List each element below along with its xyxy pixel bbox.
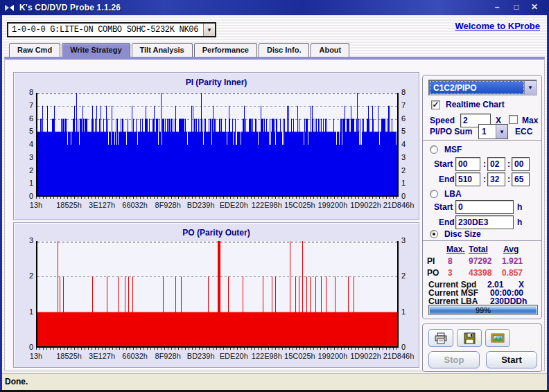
x-axis-labels: 13h18525h3E127h66032h8F928hBD239hEDE20h1…: [36, 352, 399, 361]
colon-separator: :: [483, 159, 486, 169]
x-axis-tick-label: 18525h: [56, 352, 82, 360]
x-axis-tick-label: 8F928h: [155, 352, 181, 360]
y-axis-tick-label: 8: [401, 88, 419, 96]
po-chart-plot: [36, 241, 399, 348]
stats-pi-total: 97292: [469, 256, 491, 266]
y-axis-tick-label: 0: [15, 343, 33, 351]
progress-bar: 99%: [428, 305, 538, 315]
msf-start-label: Start: [434, 159, 453, 169]
y-axis-tick-label: 1: [401, 179, 419, 187]
window-border-left: [0, 15, 2, 390]
y-axis-tick-label: 0: [401, 343, 419, 351]
y-axis-tick-label: 1: [15, 308, 33, 316]
x-axis-tick-label: 21D846h: [383, 352, 415, 360]
x-axis-tick-label: 21D846h: [383, 201, 415, 209]
stats-header-total: Total: [469, 244, 488, 254]
y-axis-tick-label: 3: [15, 236, 33, 244]
save-button[interactable]: [457, 329, 482, 347]
msf-radio[interactable]: [430, 145, 438, 154]
disc-size-radio-label: Disc Size: [444, 229, 481, 239]
y-axis-tick-label: 1: [15, 179, 33, 187]
y-axis-tick-label: 3: [401, 153, 419, 161]
colon-separator: :: [507, 159, 510, 169]
tab-performance[interactable]: Performance: [194, 43, 257, 57]
lba-radio[interactable]: [430, 190, 438, 198]
main-panel: PI (Parity Inner) 00112233445566778813h1…: [4, 57, 545, 371]
print-button[interactable]: [428, 329, 453, 347]
stats-header-max: Max.: [446, 244, 465, 254]
stop-button[interactable]: Stop: [428, 351, 480, 368]
mode-select[interactable]: C1C2/PIPO ▼: [428, 80, 537, 96]
x-axis-tick-marks: [36, 197, 399, 199]
stats-section: Max. Total Avg PI 8 97292 1.921 PO 3 433…: [423, 241, 541, 319]
x-axis-tick-marks: [36, 348, 399, 350]
x-axis-tick-label: 122E98h: [252, 201, 282, 209]
lba-end-hex-label: h: [517, 217, 522, 227]
x-axis-tick-label: 8F928h: [155, 201, 181, 209]
y-axis-tick-label: 6: [15, 114, 33, 123]
y-axis-tick-label: 4: [401, 140, 419, 148]
minimize-button[interactable]: –: [489, 1, 505, 13]
pipo-sum-label: PI/PO Sum: [430, 127, 472, 136]
pi-chart-title: PI (Parity Inner): [14, 78, 419, 87]
max-speed-checkbox[interactable]: [509, 115, 518, 124]
welcome-link[interactable]: Welcome to KProbe: [455, 21, 540, 31]
realtime-chart-label: Realtime Chart: [446, 100, 505, 109]
pipo-sum-select[interactable]: 1 ▼: [478, 124, 508, 139]
stats-po-total: 43398: [469, 268, 491, 278]
export-image-button[interactable]: [485, 329, 510, 347]
msf-start-sec-input[interactable]: [487, 157, 505, 171]
realtime-chart-checkbox[interactable]: ✓: [431, 100, 440, 109]
stats-po-avg: 0.857: [502, 268, 523, 278]
drive-select[interactable]: 1-0-0-0 G:LITE-ON COMBO SOHC-5232K NK06 …: [7, 22, 216, 37]
close-button[interactable]: ✕: [527, 1, 542, 13]
app-icon: [4, 3, 15, 12]
pipo-sum-value: 1: [479, 125, 496, 139]
x-axis-tick-label: 1D9022h: [350, 201, 381, 209]
maximize-button[interactable]: □: [509, 1, 524, 13]
y-axis-tick-label: 2: [401, 166, 419, 175]
app-window: K's CD/DVD Probe 1.1.26 – □ ✕ 1-0-0-0 G:…: [0, 0, 549, 392]
x-axis-tick-label: 199200h: [317, 201, 347, 209]
po-chart-title: PO (Parity Outer): [14, 228, 419, 238]
status-text: Done.: [5, 377, 28, 386]
start-button[interactable]: Start: [486, 351, 537, 368]
lba-end-input[interactable]: [455, 215, 514, 229]
msf-end-sec-input[interactable]: [487, 172, 505, 186]
lba-end-label: End: [439, 217, 455, 227]
drive-select-value: 1-0-0-0 G:LITE-ON COMBO SOHC-5232K NK06: [8, 25, 203, 35]
y-axis-tick-label: 4: [15, 140, 33, 148]
actions-panel: Stop Start: [422, 323, 542, 372]
y-axis-tick-label: 2: [401, 271, 419, 280]
tab-tilt-analysis[interactable]: Tilt Analysis: [132, 43, 193, 57]
tab-bar: Raw Cmd Write Strategy Tilt Analysis Per…: [9, 43, 349, 57]
chevron-down-icon[interactable]: ▼: [496, 125, 507, 139]
x-axis-labels: 13h18525h3E127h66032h8F928hBD239hEDE20h1…: [36, 201, 399, 210]
picture-icon: [491, 332, 505, 344]
x-axis-tick-label: 15C025h: [284, 201, 315, 209]
tab-write-strategy[interactable]: Write Strategy: [62, 43, 130, 57]
pi-chart-canvas: [36, 93, 399, 197]
lba-start-input[interactable]: [455, 200, 514, 214]
pi-chart-plot: [36, 93, 399, 197]
colon-separator: :: [483, 175, 486, 184]
x-axis-tick-label: 3E127h: [89, 352, 115, 360]
msf-start-frame-input[interactable]: [512, 157, 530, 171]
tab-about[interactable]: About: [311, 43, 349, 57]
y-axis-tick-label: 0: [15, 192, 33, 200]
lba-start-label: Start: [434, 202, 453, 212]
msf-end-label: End: [439, 175, 455, 184]
x-axis-tick-label: 13h: [30, 352, 42, 360]
disc-size-radio[interactable]: [430, 230, 438, 238]
msf-start-min-input[interactable]: [455, 157, 480, 171]
tab-disc-info[interactable]: Disc Info.: [259, 43, 310, 57]
tab-raw-cmd[interactable]: Raw Cmd: [9, 43, 60, 57]
chevron-down-icon[interactable]: ▼: [524, 81, 536, 94]
x-axis-tick-label: 13h: [30, 201, 42, 209]
range-section: MSF Start : : End : : LBA Start h End: [423, 141, 541, 241]
chevron-down-icon[interactable]: ▼: [203, 24, 215, 36]
y-axis-tick-label: 0: [401, 192, 419, 200]
msf-end-frame-input[interactable]: [512, 172, 530, 186]
floppy-disk-icon: [464, 332, 476, 344]
msf-end-min-input[interactable]: [455, 172, 480, 186]
